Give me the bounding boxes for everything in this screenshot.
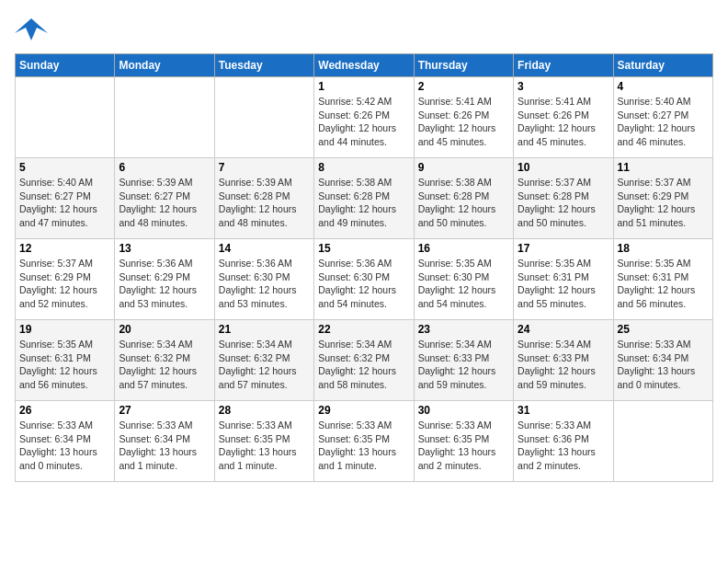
- day-number: 21: [219, 323, 310, 336]
- calendar-cell: 11Sunrise: 5:37 AMSunset: 6:29 PMDayligh…: [613, 158, 712, 239]
- day-number: 25: [618, 323, 709, 336]
- logo-icon: [15, 15, 48, 42]
- day-info: Sunrise: 5:36 AMSunset: 6:30 PMDaylight:…: [318, 257, 409, 311]
- day-number: 14: [219, 242, 310, 255]
- day-number: 27: [119, 404, 210, 417]
- calendar-cell: [16, 77, 115, 158]
- day-number: 13: [119, 242, 210, 255]
- day-info: Sunrise: 5:36 AMSunset: 6:29 PMDaylight:…: [119, 257, 210, 311]
- day-of-week-header: Thursday: [414, 54, 513, 77]
- day-of-week-header: Saturday: [613, 54, 712, 77]
- calendar-week-row: 12Sunrise: 5:37 AMSunset: 6:29 PMDayligh…: [16, 239, 713, 320]
- page-header: [15, 15, 713, 42]
- day-info: Sunrise: 5:39 AMSunset: 6:28 PMDaylight:…: [219, 176, 310, 230]
- day-number: 17: [518, 242, 609, 255]
- calendar-cell: 21Sunrise: 5:34 AMSunset: 6:32 PMDayligh…: [214, 320, 313, 401]
- calendar-cell: 17Sunrise: 5:35 AMSunset: 6:31 PMDayligh…: [514, 239, 613, 320]
- calendar-cell: 26Sunrise: 5:33 AMSunset: 6:34 PMDayligh…: [16, 401, 115, 482]
- day-number: 8: [318, 161, 409, 174]
- calendar-cell: 22Sunrise: 5:34 AMSunset: 6:32 PMDayligh…: [314, 320, 414, 401]
- day-number: 5: [19, 161, 110, 174]
- day-info: Sunrise: 5:38 AMSunset: 6:28 PMDaylight:…: [318, 176, 409, 230]
- day-number: 24: [518, 323, 609, 336]
- day-of-week-header: Friday: [514, 54, 613, 77]
- day-of-week-header: Sunday: [16, 54, 115, 77]
- calendar-cell: 8Sunrise: 5:38 AMSunset: 6:28 PMDaylight…: [314, 158, 414, 239]
- calendar-cell: 18Sunrise: 5:35 AMSunset: 6:31 PMDayligh…: [613, 239, 712, 320]
- calendar-table: SundayMondayTuesdayWednesdayThursdayFrid…: [15, 53, 713, 482]
- calendar-cell: [613, 401, 712, 482]
- day-number: 31: [518, 404, 609, 417]
- day-info: Sunrise: 5:33 AMSunset: 6:34 PMDaylight:…: [618, 338, 709, 392]
- day-info: Sunrise: 5:33 AMSunset: 6:36 PMDaylight:…: [518, 419, 609, 473]
- day-number: 12: [19, 242, 110, 255]
- day-info: Sunrise: 5:34 AMSunset: 6:32 PMDaylight:…: [318, 338, 409, 392]
- day-info: Sunrise: 5:35 AMSunset: 6:30 PMDaylight:…: [418, 257, 509, 311]
- svg-marker-0: [15, 18, 48, 40]
- day-info: Sunrise: 5:40 AMSunset: 6:27 PMDaylight:…: [19, 176, 110, 230]
- day-info: Sunrise: 5:37 AMSunset: 6:29 PMDaylight:…: [618, 176, 709, 230]
- calendar-week-row: 26Sunrise: 5:33 AMSunset: 6:34 PMDayligh…: [16, 401, 713, 482]
- calendar-cell: 5Sunrise: 5:40 AMSunset: 6:27 PMDaylight…: [16, 158, 115, 239]
- day-info: Sunrise: 5:39 AMSunset: 6:27 PMDaylight:…: [119, 176, 210, 230]
- day-number: 16: [418, 242, 509, 255]
- day-info: Sunrise: 5:38 AMSunset: 6:28 PMDaylight:…: [418, 176, 509, 230]
- calendar-cell: 15Sunrise: 5:36 AMSunset: 6:30 PMDayligh…: [314, 239, 414, 320]
- day-number: 30: [418, 404, 509, 417]
- calendar-cell: 14Sunrise: 5:36 AMSunset: 6:30 PMDayligh…: [214, 239, 313, 320]
- calendar-cell: 28Sunrise: 5:33 AMSunset: 6:35 PMDayligh…: [214, 401, 313, 482]
- day-number: 20: [119, 323, 210, 336]
- calendar-cell: 31Sunrise: 5:33 AMSunset: 6:36 PMDayligh…: [514, 401, 613, 482]
- day-number: 7: [219, 161, 310, 174]
- calendar-cell: 9Sunrise: 5:38 AMSunset: 6:28 PMDaylight…: [414, 158, 513, 239]
- day-number: 2: [418, 80, 509, 93]
- calendar-cell: 20Sunrise: 5:34 AMSunset: 6:32 PMDayligh…: [115, 320, 214, 401]
- day-number: 26: [19, 404, 110, 417]
- day-info: Sunrise: 5:33 AMSunset: 6:34 PMDaylight:…: [19, 419, 110, 473]
- logo: [15, 15, 51, 42]
- day-number: 4: [618, 80, 709, 93]
- day-info: Sunrise: 5:35 AMSunset: 6:31 PMDaylight:…: [518, 257, 609, 311]
- day-info: Sunrise: 5:33 AMSunset: 6:35 PMDaylight:…: [219, 419, 310, 473]
- day-info: Sunrise: 5:35 AMSunset: 6:31 PMDaylight:…: [19, 338, 110, 392]
- calendar-cell: [214, 77, 313, 158]
- day-number: 11: [618, 161, 709, 174]
- calendar-week-row: 19Sunrise: 5:35 AMSunset: 6:31 PMDayligh…: [16, 320, 713, 401]
- day-number: 15: [318, 242, 409, 255]
- day-number: 19: [19, 323, 110, 336]
- calendar-cell: 19Sunrise: 5:35 AMSunset: 6:31 PMDayligh…: [16, 320, 115, 401]
- calendar-week-row: 1Sunrise: 5:42 AMSunset: 6:26 PMDaylight…: [16, 77, 713, 158]
- day-info: Sunrise: 5:34 AMSunset: 6:32 PMDaylight:…: [219, 338, 310, 392]
- day-number: 3: [518, 80, 609, 93]
- day-of-week-header: Wednesday: [314, 54, 414, 77]
- day-number: 28: [219, 404, 310, 417]
- day-number: 10: [518, 161, 609, 174]
- day-number: 22: [318, 323, 409, 336]
- calendar-cell: 13Sunrise: 5:36 AMSunset: 6:29 PMDayligh…: [115, 239, 214, 320]
- calendar-cell: 27Sunrise: 5:33 AMSunset: 6:34 PMDayligh…: [115, 401, 214, 482]
- calendar-cell: 12Sunrise: 5:37 AMSunset: 6:29 PMDayligh…: [16, 239, 115, 320]
- day-number: 1: [318, 80, 409, 93]
- day-info: Sunrise: 5:33 AMSunset: 6:34 PMDaylight:…: [119, 419, 210, 473]
- calendar-cell: [115, 77, 214, 158]
- day-info: Sunrise: 5:34 AMSunset: 6:33 PMDaylight:…: [418, 338, 509, 392]
- calendar-cell: 16Sunrise: 5:35 AMSunset: 6:30 PMDayligh…: [414, 239, 513, 320]
- day-info: Sunrise: 5:36 AMSunset: 6:30 PMDaylight:…: [219, 257, 310, 311]
- day-number: 29: [318, 404, 409, 417]
- calendar-cell: 10Sunrise: 5:37 AMSunset: 6:28 PMDayligh…: [514, 158, 613, 239]
- day-info: Sunrise: 5:34 AMSunset: 6:33 PMDaylight:…: [518, 338, 609, 392]
- day-info: Sunrise: 5:33 AMSunset: 6:35 PMDaylight:…: [318, 419, 409, 473]
- calendar-week-row: 5Sunrise: 5:40 AMSunset: 6:27 PMDaylight…: [16, 158, 713, 239]
- day-info: Sunrise: 5:34 AMSunset: 6:32 PMDaylight:…: [119, 338, 210, 392]
- calendar-cell: 1Sunrise: 5:42 AMSunset: 6:26 PMDaylight…: [314, 77, 414, 158]
- calendar-cell: 6Sunrise: 5:39 AMSunset: 6:27 PMDaylight…: [115, 158, 214, 239]
- calendar-cell: 4Sunrise: 5:40 AMSunset: 6:27 PMDaylight…: [613, 77, 712, 158]
- calendar-header-row: SundayMondayTuesdayWednesdayThursdayFrid…: [16, 54, 713, 77]
- day-of-week-header: Tuesday: [214, 54, 313, 77]
- calendar-cell: 3Sunrise: 5:41 AMSunset: 6:26 PMDaylight…: [514, 77, 613, 158]
- calendar-cell: 7Sunrise: 5:39 AMSunset: 6:28 PMDaylight…: [214, 158, 313, 239]
- day-number: 6: [119, 161, 210, 174]
- calendar-cell: 23Sunrise: 5:34 AMSunset: 6:33 PMDayligh…: [414, 320, 513, 401]
- day-info: Sunrise: 5:35 AMSunset: 6:31 PMDaylight:…: [618, 257, 709, 311]
- calendar-cell: 25Sunrise: 5:33 AMSunset: 6:34 PMDayligh…: [613, 320, 712, 401]
